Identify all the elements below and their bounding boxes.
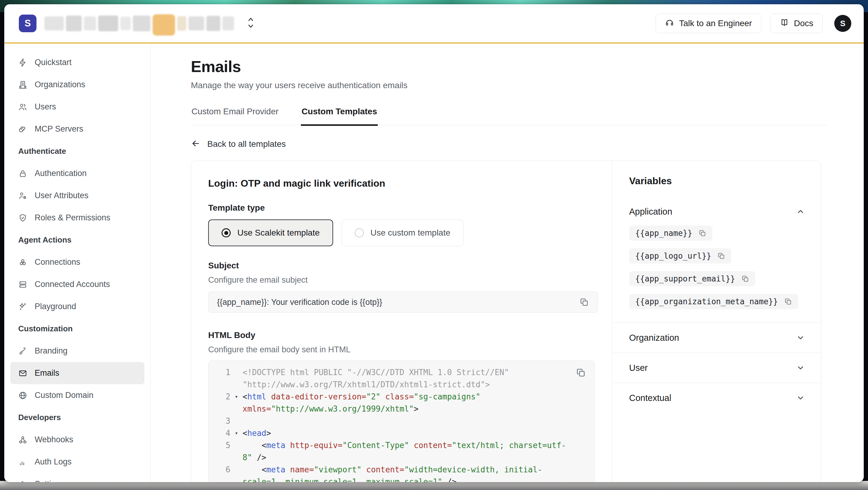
- code-line-number: [209, 378, 230, 391]
- variable-chip[interactable]: {{app_logo_url}}: [629, 248, 731, 264]
- chevron-down-icon[interactable]: [796, 333, 805, 342]
- chevron-down-icon[interactable]: [796, 363, 805, 372]
- variable-chip[interactable]: {{app_organization_meta_name}}: [629, 294, 798, 309]
- sidebar-item-authentication[interactable]: Authentication: [10, 162, 144, 185]
- sidebar-item-playground[interactable]: Playground: [10, 296, 144, 318]
- template-editor-pane: Login: OTP and magic link verification T…: [191, 161, 612, 482]
- talk-to-engineer-button[interactable]: Talk to an Engineer: [656, 14, 761, 33]
- sidebar-item-settings[interactable]: Settings: [10, 473, 144, 482]
- template-option-use-custom-template[interactable]: Use custom template: [342, 219, 463, 246]
- user-avatar[interactable]: S: [834, 15, 851, 32]
- sidebar-item-connected-accounts[interactable]: Connected Accounts: [10, 273, 144, 296]
- stack-icon: [18, 280, 27, 289]
- header-actions: Talk to an Engineer Docs S: [656, 14, 851, 33]
- code-line-number: 6: [209, 464, 230, 476]
- tab-bar: Custom Email ProviderCustom Templates: [191, 105, 827, 125]
- code-text: 8" />: [243, 451, 266, 464]
- template-name-heading: Login: OTP and magic link verification: [208, 178, 597, 189]
- variables-section-application[interactable]: Application: [612, 197, 821, 225]
- code-line: 6 <meta name="viewport" content="width=d…: [209, 464, 558, 476]
- sidebar-item-connections[interactable]: Connections: [10, 251, 144, 273]
- code-fold-gutter: [230, 378, 243, 391]
- chevron-down-icon[interactable]: [796, 393, 805, 402]
- sidebar-item-label: Playground: [35, 302, 76, 311]
- sidebar-section-customization: Customization: [10, 318, 144, 340]
- subject-input[interactable]: {{app_name}}: Your verification code is …: [208, 292, 598, 313]
- code-line-number: [209, 403, 230, 415]
- html-body-help-text: Configure the email body sent in HTML: [208, 345, 597, 355]
- html-body-code-editor[interactable]: 1<!DOCTYPE html PUBLIC "-//W3C//DTD XHTM…: [208, 361, 595, 482]
- copy-variable-icon[interactable]: [741, 275, 749, 283]
- sidebar-section-authenticate: Authenticate: [10, 140, 144, 162]
- code-line-number: [209, 476, 230, 482]
- copy-variable-icon[interactable]: [717, 252, 725, 260]
- sidebar-item-users[interactable]: Users: [10, 96, 144, 118]
- radio-icon: [355, 228, 364, 237]
- copy-variable-icon[interactable]: [699, 229, 706, 237]
- variable-chip[interactable]: {{app_support_email}}: [629, 271, 755, 286]
- code-text: <meta name="viewport" content="width=dev…: [243, 464, 542, 476]
- tab-custom-templates[interactable]: Custom Templates: [301, 105, 377, 126]
- sidebar-item-user-attributes[interactable]: User Attributes: [10, 185, 144, 207]
- tab-custom-email-provider[interactable]: Custom Email Provider: [191, 105, 279, 126]
- sidebar-item-label: Settings: [35, 479, 64, 482]
- shield-check-icon: [18, 213, 27, 222]
- copy-variable-icon[interactable]: [784, 298, 792, 305]
- code-line: "http://www.w3.org/TR/xhtml1/DTD/xhtml1-…: [209, 378, 558, 391]
- sidebar-item-label: User Attributes: [35, 191, 88, 200]
- sidebar-item-quickstart[interactable]: Quickstart: [10, 51, 144, 73]
- sidebar-item-organizations[interactable]: Organizations: [10, 73, 144, 96]
- lock-icon: [18, 169, 27, 178]
- variable-chip-label: {{app_support_email}}: [635, 274, 735, 283]
- code-fold-gutter: [230, 451, 243, 464]
- variable-chip-label: {{app_name}}: [635, 228, 692, 238]
- sidebar-item-roles-permissions[interactable]: Roles & Permissions: [10, 207, 144, 229]
- code-line-number: 5: [209, 439, 230, 451]
- users-icon: [18, 102, 27, 112]
- variables-section-user[interactable]: User: [612, 353, 821, 383]
- code-line-number: 2: [209, 391, 230, 403]
- code-fold-gutter: [230, 476, 243, 482]
- copy-code-icon[interactable]: [576, 367, 586, 378]
- chevron-up-icon[interactable]: [796, 207, 805, 216]
- code-fold-caret-icon[interactable]: ▾: [230, 427, 243, 439]
- organizations-icon: [18, 80, 27, 89]
- variable-chip-label: {{app_logo_url}}: [635, 251, 711, 261]
- template-type-options: Use Scalekit template Use custom templat…: [208, 219, 597, 246]
- sidebar-item-branding[interactable]: Branding: [10, 340, 144, 362]
- back-to-templates-link[interactable]: Back to all templates: [191, 139, 286, 150]
- sidebar-item-auth-logs[interactable]: Auth Logs: [10, 451, 144, 473]
- variables-section-organization[interactable]: Organization: [612, 323, 821, 353]
- workspace-switcher[interactable]: S: [19, 11, 255, 36]
- sidebar-item-label: Organizations: [35, 80, 85, 89]
- sidebar-item-emails[interactable]: Emails: [10, 362, 144, 384]
- sidebar-item-label: MCP Servers: [35, 124, 83, 134]
- variables-chip-list: {{app_name}}{{app_logo_url}}{{app_suppor…: [612, 225, 821, 323]
- variables-section-label: Organization: [629, 333, 679, 343]
- variable-chip-label: {{app_organization_meta_name}}: [635, 297, 778, 306]
- code-line: 1<!DOCTYPE html PUBLIC "-//W3C//DTD XHTM…: [209, 366, 558, 378]
- globe-icon: [18, 391, 27, 400]
- headset-icon: [665, 18, 674, 29]
- template-type-label: Template type: [208, 203, 597, 213]
- arrow-left-icon: [191, 139, 200, 150]
- code-fold-gutter: [230, 464, 243, 476]
- sidebar-item-mcp-servers[interactable]: MCP Servers: [10, 118, 144, 140]
- workspace-select-caret-icon[interactable]: [247, 17, 255, 30]
- sidebar-item-label: Auth Logs: [35, 457, 72, 467]
- sidebar-item-custom-domain[interactable]: Custom Domain: [10, 384, 144, 406]
- docs-button[interactable]: Docs: [770, 14, 823, 33]
- sidebar-item-webhooks[interactable]: Webhooks: [10, 429, 144, 451]
- code-fold-caret-icon[interactable]: ▾: [230, 391, 243, 403]
- desktop-bottom-band: [0, 481, 868, 490]
- radio-label: Use Scalekit template: [237, 228, 320, 238]
- code-fold-gutter: [230, 366, 243, 378]
- variable-chip[interactable]: {{app_name}}: [629, 225, 712, 241]
- book-icon: [780, 18, 789, 29]
- app-header: S Talk to an Engineer Docs S: [4, 4, 864, 42]
- template-option-use-scalekit-template[interactable]: Use Scalekit template: [208, 219, 333, 246]
- copy-subject-icon[interactable]: [579, 297, 589, 307]
- variables-section-contextual[interactable]: Contextual: [612, 383, 821, 413]
- variables-section-label: Application: [629, 207, 672, 217]
- code-line: 4▾<head>: [209, 427, 558, 439]
